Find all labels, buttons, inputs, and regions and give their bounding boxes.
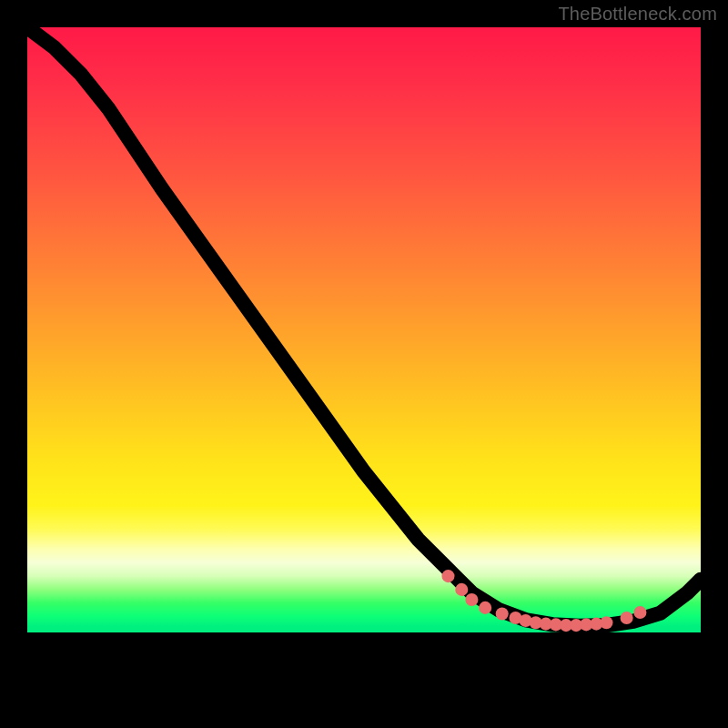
curve-layer — [27, 27, 701, 701]
bottleneck-curve-path — [27, 27, 701, 626]
highlight-dot — [441, 570, 454, 582]
chart-stage: TheBottleneck.com — [0, 0, 728, 728]
watermark-text: TheBottleneck.com — [558, 4, 717, 25]
highlight-dot — [621, 612, 633, 624]
plot-area — [27, 27, 701, 701]
highlight-dot — [479, 602, 491, 614]
highlight-dot — [455, 583, 468, 596]
highlight-dot — [496, 608, 509, 621]
highlight-dot — [465, 593, 478, 606]
highlight-dot — [600, 616, 612, 629]
highlight-dot — [633, 606, 646, 619]
